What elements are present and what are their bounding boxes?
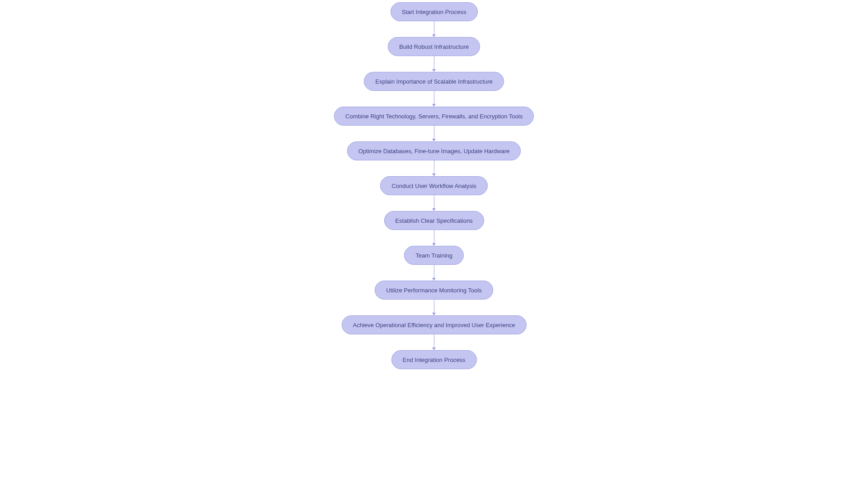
flow-node-build-infrastructure: Build Robust Infrastructure (388, 37, 480, 56)
flow-connector (432, 195, 436, 211)
connector-line (434, 21, 434, 34)
flowchart-container: Start Integration Process Build Robust I… (334, 2, 534, 369)
flow-connector (432, 126, 436, 141)
node-label: Achieve Operational Efficiency and Impro… (353, 322, 515, 328)
node-label: Start Integration Process (401, 9, 466, 15)
flow-connector (432, 160, 436, 176)
flow-node-workflow-analysis: Conduct User Workflow Analysis (380, 176, 488, 195)
flow-connector (432, 334, 436, 350)
connector-line (434, 300, 434, 313)
flow-node-start: Start Integration Process (390, 2, 477, 21)
flow-node-specifications: Establish Clear Specifications (384, 211, 484, 230)
flow-node-monitoring: Utilize Performance Monitoring Tools (375, 281, 493, 300)
flow-node-explain-importance: Explain Importance of Scalable Infrastru… (364, 72, 504, 91)
flow-node-achieve-efficiency: Achieve Operational Efficiency and Impro… (342, 315, 527, 334)
flow-connector (432, 56, 436, 72)
flow-node-end: End Integration Process (392, 350, 477, 369)
flow-connector (432, 230, 436, 246)
connector-line (434, 195, 434, 208)
connector-line (434, 56, 434, 69)
connector-line (434, 265, 434, 278)
node-label: Combine Right Technology, Servers, Firew… (345, 113, 523, 120)
flow-connector (432, 300, 436, 315)
node-label: Build Robust Infrastructure (399, 43, 469, 50)
connector-line (434, 160, 434, 174)
node-label: Utilize Performance Monitoring Tools (386, 287, 481, 294)
node-label: Optimize Databases, Fine-tune Images, Up… (359, 148, 510, 155)
node-label: End Integration Process (403, 357, 466, 363)
flow-connector (432, 265, 436, 281)
connector-line (434, 91, 434, 104)
flow-node-combine-technology: Combine Right Technology, Servers, Firew… (334, 107, 534, 126)
node-label: Team Training (415, 252, 453, 259)
connector-line (434, 230, 434, 243)
connector-line (434, 126, 434, 139)
flow-connector (432, 91, 436, 107)
flow-connector (432, 21, 436, 37)
node-label: Explain Importance of Scalable Infrastru… (375, 78, 492, 85)
connector-line (434, 334, 434, 347)
flow-node-training: Team Training (404, 246, 464, 265)
node-label: Conduct User Workflow Analysis (392, 183, 476, 189)
flow-node-optimize: Optimize Databases, Fine-tune Images, Up… (347, 141, 521, 160)
node-label: Establish Clear Specifications (395, 217, 472, 224)
